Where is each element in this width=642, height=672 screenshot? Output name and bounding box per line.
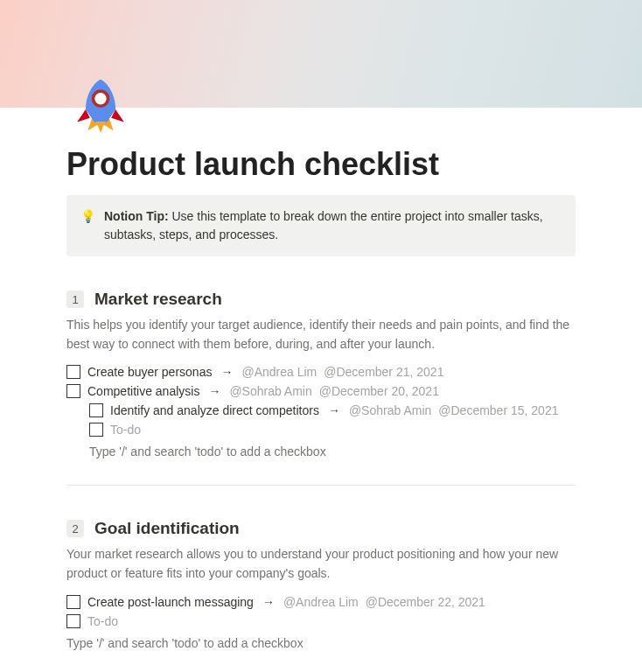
rocket-icon (66, 71, 135, 139)
arrow-icon: → (328, 403, 340, 417)
checkbox[interactable] (66, 614, 80, 628)
section-heading[interactable]: 1Market research (66, 290, 576, 309)
arrow-icon: → (208, 384, 220, 398)
todo-item[interactable]: To-do (89, 420, 576, 439)
arrow-icon: → (262, 595, 275, 609)
section: 2Goal identificationYour market research… (66, 519, 576, 649)
section-description[interactable]: This helps you identify your target audi… (66, 316, 576, 354)
section-number: 1 (66, 290, 84, 308)
assignee-mention[interactable]: @Sohrab Amin (229, 384, 311, 398)
todo-item[interactable]: To-do (66, 612, 576, 631)
todo-label: To-do (87, 614, 118, 628)
assignee-mention[interactable]: @Andrea Lim (283, 595, 359, 609)
section-number: 2 (66, 520, 84, 537)
hint-text: Type '/' and search 'todo' to add a chec… (66, 631, 576, 650)
page-title[interactable]: Product launch checklist (66, 146, 576, 183)
checkbox[interactable] (66, 384, 80, 398)
todo-item[interactable]: Competitive analysis → @Sohrab Amin @Dec… (66, 382, 576, 401)
checkbox[interactable] (66, 365, 80, 379)
date-mention[interactable]: @December 22, 2021 (366, 595, 485, 609)
svg-point-0 (93, 91, 108, 106)
todo-label: Identify and analyze direct competitors (110, 403, 319, 417)
section-title: Goal identification (94, 519, 240, 538)
callout-text: Notion Tip: Use this template to break d… (104, 207, 562, 244)
callout-block[interactable]: 💡 Notion Tip: Use this template to break… (66, 195, 576, 256)
checkbox[interactable] (89, 403, 103, 417)
callout-body: Use this template to break down the enti… (104, 209, 543, 242)
hint-text: Type '/' and search 'todo' to add a chec… (66, 439, 576, 458)
section: 1Market researchThis helps you identify … (66, 290, 576, 458)
date-mention[interactable]: @December 21, 2021 (324, 365, 443, 379)
date-mention[interactable]: @December 20, 2021 (319, 384, 439, 398)
date-mention[interactable]: @December 15, 2021 (438, 403, 558, 417)
page-icon[interactable] (66, 71, 135, 139)
callout-strong: Notion Tip: (104, 209, 169, 223)
page-container: Product launch checklist 💡 Notion Tip: U… (0, 71, 642, 672)
arrow-icon: → (220, 365, 233, 379)
section-title: Market research (94, 290, 222, 309)
checkbox[interactable] (89, 423, 103, 437)
assignee-mention[interactable]: @Sohrab Amin (349, 403, 431, 417)
todo-label: To-do (110, 423, 141, 437)
section-description[interactable]: Your market research allows you to under… (66, 545, 576, 583)
lightbulb-icon: 💡 (80, 207, 95, 244)
todo-label: Create post-launch messaging (87, 595, 254, 609)
checkbox[interactable] (66, 595, 80, 609)
todo-label: Competitive analysis (87, 384, 199, 398)
assignee-mention[interactable]: @Andrea Lim (241, 365, 317, 379)
divider (66, 485, 576, 486)
todo-item[interactable]: Create buyer personas → @Andrea Lim @Dec… (66, 362, 576, 382)
section-heading[interactable]: 2Goal identification (66, 519, 576, 538)
todo-label: Create buyer personas (87, 365, 212, 379)
todo-item[interactable]: Create post-launch messaging → @Andrea L… (66, 592, 576, 612)
todo-item[interactable]: Identify and analyze direct competitors … (89, 401, 576, 420)
